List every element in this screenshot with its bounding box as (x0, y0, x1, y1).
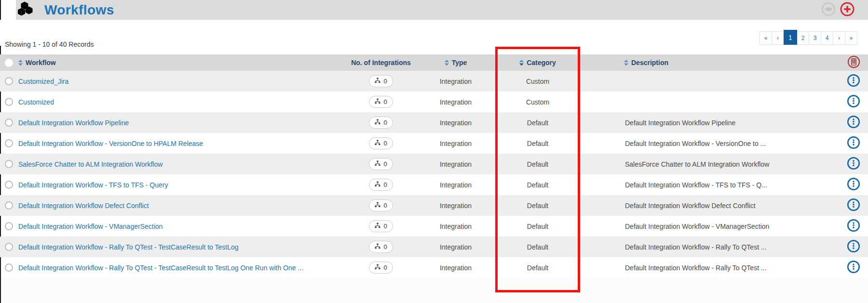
sitemap-icon (375, 98, 380, 105)
integrations-count: 0 (383, 181, 387, 188)
pagination-button[interactable]: 3 (809, 31, 821, 45)
workflow-link[interactable]: Default Integration Workflow - VManagerS… (18, 223, 163, 230)
integrations-count-badge: 0 (369, 75, 393, 87)
eye-icon (820, 1, 837, 19)
pagination-button[interactable]: » (845, 31, 857, 45)
column-header-type[interactable]: Type (424, 59, 487, 66)
row-select-radio[interactable] (5, 243, 13, 251)
workflow-type: Integration (440, 223, 472, 230)
sort-arrows-icon[interactable] (624, 60, 628, 66)
workflow-category: Default (527, 243, 548, 251)
workflow-link[interactable]: Default Integration Workflow - VersionOn… (18, 140, 203, 147)
pagination-button[interactable]: ‹ (772, 31, 784, 45)
workflow-type: Integration (440, 243, 472, 251)
workflow-type: Integration (440, 140, 472, 147)
table-row: SalesForce Chatter to ALM Integration Wo… (0, 154, 868, 174)
workflow-category: Default (527, 160, 548, 168)
row-actions-button[interactable] (846, 218, 861, 234)
pagination-button[interactable]: 4 (821, 31, 833, 45)
sort-arrows-icon[interactable] (445, 60, 449, 66)
add-workflow-button[interactable] (839, 2, 855, 18)
workflow-category: Default (527, 181, 548, 189)
integrations-count-badge: 0 (369, 262, 393, 274)
integrations-count: 0 (383, 243, 387, 250)
row-select-radio[interactable] (5, 201, 13, 210)
kebab-circle-icon (846, 198, 861, 213)
row-select-radio[interactable] (5, 222, 13, 230)
row-actions-button[interactable] (846, 177, 861, 193)
pagination: «‹1234›» (760, 31, 857, 45)
workflow-type: Integration (440, 202, 472, 210)
integrations-count-badge: 0 (369, 179, 393, 191)
row-actions-button[interactable] (846, 135, 861, 151)
row-select-radio[interactable] (5, 139, 13, 147)
workflow-category: Default (527, 202, 548, 210)
table-row: Default Integration Workflow - TFS to TF… (0, 174, 868, 195)
table-row: Default Integration Workflow - VManagerS… (0, 216, 868, 237)
sort-arrows-icon[interactable] (18, 60, 23, 66)
workflow-description: Default Integration Workflow Defect Conf… (588, 202, 839, 210)
row-select-radio[interactable] (5, 119, 13, 127)
sitemap-icon (375, 78, 380, 85)
workflow-link[interactable]: Customized (18, 98, 54, 106)
pagination-button[interactable]: 1 (784, 30, 797, 45)
sitemap-icon (375, 119, 380, 126)
records-count-text: Showing 1 - 10 of 40 Records (5, 40, 94, 48)
column-header-category[interactable]: Category (487, 59, 588, 66)
workflow-link[interactable]: Default Integration Workflow - TFS to TF… (18, 181, 168, 189)
row-select-radio[interactable] (5, 77, 13, 85)
integrations-count: 0 (383, 140, 387, 147)
integrations-count: 0 (383, 223, 387, 230)
table-circle-icon (846, 54, 861, 71)
workflow-type: Integration (440, 181, 472, 189)
title-bar: Workflows (16, 0, 868, 20)
row-select-radio[interactable] (5, 181, 13, 189)
workflow-category: Custom (526, 78, 549, 85)
view-toggle-button[interactable] (820, 2, 837, 18)
table-row: Customized_Jira 0 Integration Custom (0, 71, 868, 92)
column-header-description[interactable]: Description (588, 59, 839, 66)
integrations-count-badge: 0 (369, 96, 393, 108)
workflow-link[interactable]: Default Integration Workflow - Rally To … (18, 264, 303, 272)
table-row: Customized 0 Integration Custom (0, 92, 868, 112)
pagination-button[interactable]: › (833, 31, 845, 45)
row-actions-button[interactable] (846, 94, 861, 110)
row-actions-button[interactable] (846, 260, 861, 276)
workflow-link[interactable]: Customized_Jira (18, 78, 68, 85)
workflow-type: Integration (440, 160, 472, 168)
workflow-description: Default Integration Workflow - VManagerS… (588, 223, 839, 230)
integrations-count: 0 (383, 119, 387, 126)
row-actions-button[interactable] (846, 198, 861, 213)
workflow-description: Default Integration Workflow - Rally To … (588, 243, 839, 251)
pagination-button[interactable]: 2 (797, 31, 809, 45)
table-header-row: Workflow No. of Integrations Type Catego… (0, 54, 868, 71)
integrations-count-badge: 0 (369, 117, 393, 129)
row-actions-button[interactable] (846, 239, 861, 255)
select-all-radio[interactable] (5, 59, 13, 67)
workflow-type: Integration (440, 119, 472, 127)
row-select-radio[interactable] (5, 263, 13, 272)
page-background (0, 278, 868, 303)
cubes-icon (17, 0, 34, 20)
workflow-description: Default Integration Workflow Pipeline (588, 119, 839, 127)
workflow-link[interactable]: Default Integration Workflow Pipeline (18, 119, 129, 127)
kebab-circle-icon (846, 135, 861, 151)
row-actions-button[interactable] (846, 156, 861, 172)
table-row: Default Integration Workflow - Rally To … (0, 237, 868, 257)
row-select-radio[interactable] (5, 98, 13, 106)
table-row: Default Integration Workflow - VersionOn… (0, 133, 868, 154)
workflow-link[interactable]: SalesForce Chatter to ALM Integration Wo… (18, 160, 163, 168)
column-header-workflow[interactable]: Workflow (17, 59, 338, 66)
row-actions-button[interactable] (846, 73, 861, 89)
sitemap-icon (375, 223, 380, 230)
row-select-radio[interactable] (5, 160, 13, 168)
pagination-button[interactable]: « (760, 31, 772, 45)
sitemap-icon (375, 264, 380, 271)
kebab-circle-icon (846, 260, 861, 276)
workflow-link[interactable]: Default Integration Workflow - Rally To … (18, 243, 239, 251)
column-settings-button[interactable] (846, 54, 861, 71)
sort-arrows-icon[interactable] (519, 60, 524, 66)
workflow-category: Default (527, 223, 548, 230)
workflow-link[interactable]: Default Integration Workflow Defect Conf… (18, 202, 149, 210)
row-actions-button[interactable] (846, 115, 861, 131)
